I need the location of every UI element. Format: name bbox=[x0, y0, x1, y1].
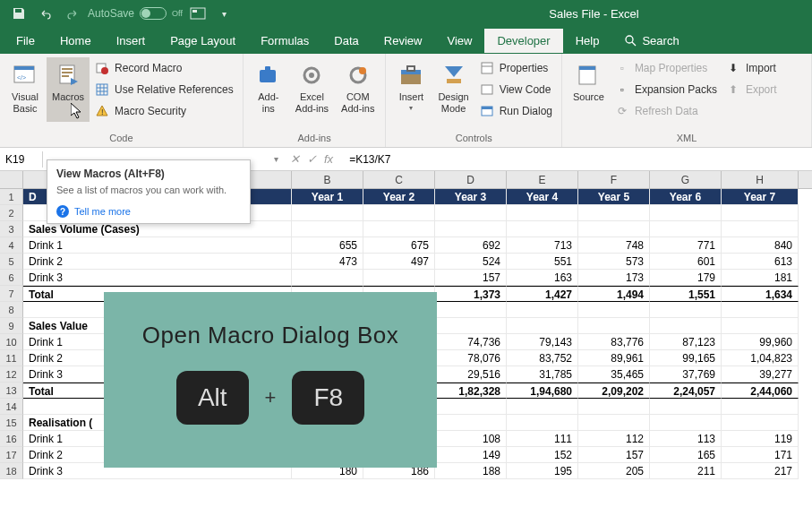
cell[interactable] bbox=[722, 221, 799, 237]
cell[interactable]: 613 bbox=[722, 254, 799, 270]
expansion-packs-button[interactable]: ▫ Expansion Packs bbox=[611, 79, 721, 100]
tab-developer[interactable]: Developer bbox=[484, 29, 562, 53]
cell[interactable]: 1,82,328 bbox=[435, 383, 507, 399]
cell[interactable] bbox=[507, 205, 578, 221]
cell[interactable]: 112 bbox=[578, 431, 650, 447]
view-code-button[interactable]: View Code bbox=[476, 79, 556, 100]
cell[interactable]: 37,769 bbox=[650, 366, 722, 383]
cell[interactable]: 473 bbox=[292, 254, 363, 270]
cell[interactable]: 171 bbox=[722, 447, 799, 463]
cell[interactable]: 39,277 bbox=[722, 366, 799, 383]
cell[interactable] bbox=[722, 302, 799, 318]
cell[interactable]: 188 bbox=[435, 463, 507, 479]
namebox-dropdown-icon[interactable]: ▾ bbox=[270, 154, 281, 164]
undo-icon[interactable] bbox=[34, 2, 57, 25]
row-header[interactable]: 4 bbox=[0, 237, 23, 254]
cell[interactable] bbox=[650, 302, 722, 318]
cell[interactable] bbox=[435, 221, 507, 237]
enter-formula-icon[interactable]: ✓ bbox=[307, 152, 317, 166]
formula-input[interactable]: =K13/K7 bbox=[342, 151, 812, 168]
cell[interactable]: 771 bbox=[650, 237, 722, 254]
cell[interactable] bbox=[435, 205, 507, 221]
row-header[interactable]: 6 bbox=[0, 270, 23, 286]
cell[interactable] bbox=[507, 221, 578, 237]
cell[interactable] bbox=[507, 415, 578, 431]
cell[interactable]: 692 bbox=[435, 237, 507, 254]
row-header[interactable]: 8 bbox=[0, 302, 23, 318]
cell[interactable]: 1,373 bbox=[435, 286, 507, 302]
cell[interactable]: 1,04,823 bbox=[722, 350, 799, 366]
column-header[interactable]: B bbox=[292, 171, 363, 188]
cell[interactable]: Drink 3 bbox=[23, 270, 292, 286]
cell[interactable] bbox=[650, 318, 722, 334]
cell[interactable]: Drink 2 bbox=[23, 254, 292, 270]
cell[interactable] bbox=[578, 302, 650, 318]
cell[interactable]: Year 3 bbox=[435, 189, 507, 205]
column-header[interactable]: H bbox=[722, 171, 799, 188]
row-header[interactable]: 7 bbox=[0, 286, 23, 302]
cell[interactable]: 149 bbox=[435, 447, 507, 463]
row-header[interactable]: 16 bbox=[0, 431, 23, 447]
column-header[interactable]: E bbox=[507, 171, 578, 188]
redo-icon[interactable] bbox=[61, 2, 84, 25]
tab-review[interactable]: Review bbox=[372, 29, 435, 53]
tab-home[interactable]: Home bbox=[47, 29, 104, 53]
insert-control-button[interactable]: Insert ▾ bbox=[391, 57, 431, 122]
name-box[interactable]: K19 bbox=[0, 151, 43, 168]
cell[interactable]: 2,44,060 bbox=[722, 383, 799, 399]
column-header[interactable]: D bbox=[435, 171, 507, 188]
tab-insert[interactable]: Insert bbox=[104, 29, 158, 53]
cell[interactable]: 119 bbox=[722, 431, 799, 447]
tab-view[interactable]: View bbox=[434, 29, 484, 53]
cell[interactable]: 83,752 bbox=[507, 350, 578, 366]
cell[interactable]: Year 5 bbox=[578, 189, 650, 205]
cell[interactable] bbox=[722, 318, 799, 334]
cell[interactable]: 195 bbox=[507, 463, 578, 479]
cell[interactable] bbox=[507, 302, 578, 318]
cell[interactable]: 99,960 bbox=[722, 334, 799, 350]
cell[interactable]: 748 bbox=[578, 237, 650, 254]
column-header[interactable]: C bbox=[363, 171, 435, 188]
cell[interactable]: 165 bbox=[650, 447, 722, 463]
cell[interactable]: 108 bbox=[435, 431, 507, 447]
cell[interactable]: 1,94,680 bbox=[507, 383, 578, 399]
cell[interactable]: 113 bbox=[650, 431, 722, 447]
cell[interactable]: 99,165 bbox=[650, 350, 722, 366]
cell[interactable]: 1,494 bbox=[578, 286, 650, 302]
cell[interactable] bbox=[578, 415, 650, 431]
cell[interactable] bbox=[507, 399, 578, 415]
cell[interactable]: 573 bbox=[578, 254, 650, 270]
cell[interactable]: 217 bbox=[722, 463, 799, 479]
row-header[interactable]: 13 bbox=[0, 383, 23, 399]
cell[interactable]: 157 bbox=[578, 447, 650, 463]
cell[interactable]: 551 bbox=[507, 254, 578, 270]
cell[interactable] bbox=[578, 318, 650, 334]
cell[interactable] bbox=[650, 221, 722, 237]
tab-data[interactable]: Data bbox=[321, 29, 371, 53]
cell[interactable]: 497 bbox=[363, 254, 435, 270]
cell[interactable]: 1,551 bbox=[650, 286, 722, 302]
use-relative-references-button[interactable]: Use Relative References bbox=[91, 79, 237, 100]
row-header[interactable]: 17 bbox=[0, 447, 23, 463]
cell[interactable]: 655 bbox=[292, 237, 363, 254]
autosave-toggle[interactable]: AutoSave Off bbox=[88, 7, 183, 20]
cell[interactable] bbox=[650, 415, 722, 431]
cell[interactable]: 205 bbox=[578, 463, 650, 479]
column-header[interactable]: F bbox=[578, 171, 650, 188]
excel-addins-button[interactable]: Excel Add-ins bbox=[290, 57, 334, 118]
row-header[interactable]: 12 bbox=[0, 366, 23, 383]
cell[interactable]: 35,465 bbox=[578, 366, 650, 383]
cell[interactable]: Year 4 bbox=[507, 189, 578, 205]
cell[interactable]: 152 bbox=[507, 447, 578, 463]
cell[interactable]: Year 6 bbox=[650, 189, 722, 205]
run-dialog-button[interactable]: Run Dialog bbox=[476, 100, 556, 122]
row-header[interactable]: 15 bbox=[0, 415, 23, 431]
fx-icon[interactable]: fx bbox=[324, 152, 333, 166]
row-header[interactable]: 9 bbox=[0, 318, 23, 334]
row-header[interactable]: 5 bbox=[0, 254, 23, 270]
cell[interactable]: 87,123 bbox=[650, 334, 722, 350]
cell[interactable] bbox=[650, 205, 722, 221]
cell[interactable]: 79,143 bbox=[507, 334, 578, 350]
column-header[interactable]: G bbox=[650, 171, 722, 188]
visual-basic-button[interactable]: </> Visual Basic bbox=[5, 57, 45, 122]
